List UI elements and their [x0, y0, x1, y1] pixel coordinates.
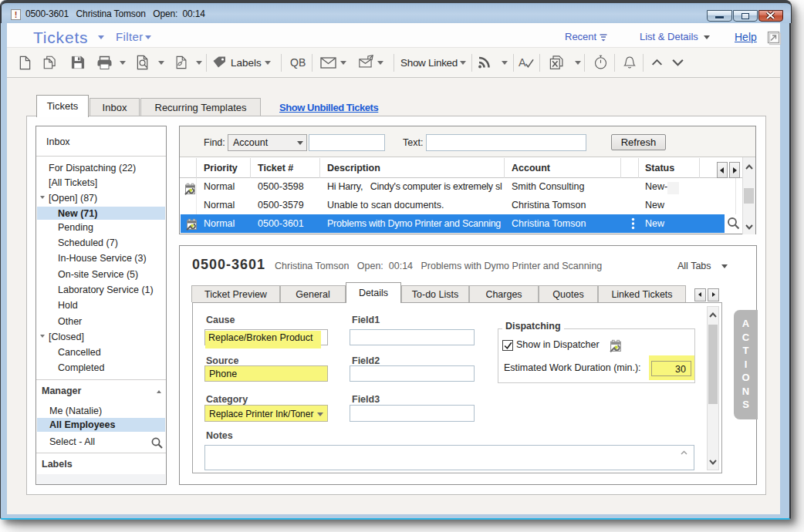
- svg-text:A: A: [519, 56, 526, 69]
